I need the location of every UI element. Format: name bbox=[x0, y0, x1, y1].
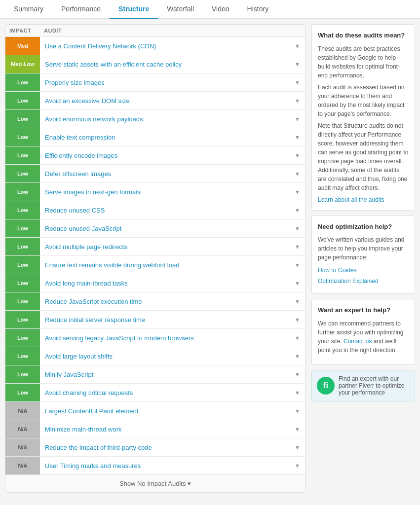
audit-label[interactable]: Use a Content Delivery Network (CDN) bbox=[40, 38, 290, 54]
expand-chevron-icon[interactable]: ▾ bbox=[290, 243, 305, 251]
audit-column-header: AUDIT bbox=[44, 28, 301, 34]
audit-label[interactable]: Enable text compression bbox=[40, 130, 290, 145]
audit-label[interactable]: User Timing marks and measures bbox=[40, 458, 290, 473]
audit-row: LowEnsure text remains visible during we… bbox=[5, 256, 305, 274]
audit-label[interactable]: Avoid an excessive DOM size bbox=[40, 93, 290, 108]
audit-row: N/AReduce the impact of third-party code… bbox=[5, 438, 305, 457]
audit-label[interactable]: Efficiently encode images bbox=[40, 148, 290, 163]
audit-row: N/AUser Timing marks and measures▾ bbox=[5, 457, 305, 474]
impact-badge: Low bbox=[5, 347, 40, 365]
show-no-impact-audits-button[interactable]: Show No Impact Audits ▾ bbox=[5, 474, 305, 492]
audit-row: LowAvoid an excessive DOM size▾ bbox=[5, 92, 305, 110]
expand-chevron-icon[interactable]: ▾ bbox=[290, 170, 305, 178]
expand-chevron-icon[interactable]: ▾ bbox=[290, 443, 305, 451]
audit-row: LowAvoid long main-thread tasks▾ bbox=[5, 274, 305, 292]
impact-badge: N/A bbox=[5, 402, 40, 420]
audit-list: MedUse a Content Delivery Network (CDN)▾… bbox=[5, 37, 305, 474]
audit-label[interactable]: Reduce unused CSS bbox=[40, 203, 290, 218]
impact-badge: Low bbox=[5, 183, 40, 201]
audit-label[interactable]: Avoid multiple page redirects bbox=[40, 239, 290, 254]
tab-video[interactable]: Video bbox=[203, 0, 238, 19]
audit-label[interactable]: Reduce JavaScript execution time bbox=[40, 294, 290, 309]
audit-label[interactable]: Properly size images bbox=[40, 75, 290, 90]
expand-chevron-icon[interactable]: ▾ bbox=[290, 151, 305, 159]
impact-badge: N/A bbox=[5, 457, 40, 474]
impact-badge: Low bbox=[5, 292, 40, 310]
audit-row: LowAvoid multiple page redirects▾ bbox=[5, 238, 305, 256]
expand-chevron-icon[interactable]: ▾ bbox=[290, 224, 305, 232]
optimization-link[interactable]: Optimization Explained bbox=[318, 278, 379, 285]
tab-performance[interactable]: Performance bbox=[52, 0, 110, 19]
impact-badge: N/A bbox=[5, 420, 40, 438]
audit-label[interactable]: Avoid chaining critical requests bbox=[40, 385, 290, 400]
audit-row: LowReduce unused CSS▾ bbox=[5, 201, 305, 219]
impact-badge: Low bbox=[5, 365, 40, 383]
audit-label[interactable]: Minimize main-thread work bbox=[40, 422, 290, 437]
audit-row: N/AMinimize main-thread work▾ bbox=[5, 420, 305, 438]
audit-row: LowEfficiently encode images▾ bbox=[5, 146, 305, 165]
expand-chevron-icon[interactable]: ▾ bbox=[290, 97, 305, 105]
expand-chevron-icon[interactable]: ▾ bbox=[290, 78, 305, 86]
expand-chevron-icon[interactable]: ▾ bbox=[290, 133, 305, 141]
fiverr-icon: fi bbox=[317, 377, 335, 395]
expand-chevron-icon[interactable]: ▾ bbox=[290, 352, 305, 360]
tab-history[interactable]: History bbox=[238, 0, 278, 19]
expand-chevron-icon[interactable]: ▾ bbox=[290, 206, 305, 214]
left-panel: IMPACT AUDIT MedUse a Content Delivery N… bbox=[5, 24, 305, 493]
impact-badge: Low bbox=[5, 110, 40, 128]
audit-label[interactable]: Reduce unused JavaScript bbox=[40, 221, 290, 236]
tab-bar: SummaryPerformanceStructureWaterfallVide… bbox=[0, 0, 420, 19]
audit-label[interactable]: Avoid enormous network payloads bbox=[40, 111, 290, 127]
impact-badge: Low bbox=[5, 311, 40, 328]
audit-row: LowMinify JavaScript▾ bbox=[5, 365, 305, 384]
audit-label[interactable]: Largest Contentful Paint element bbox=[40, 403, 290, 419]
audit-label[interactable]: Reduce initial server response time bbox=[40, 312, 290, 327]
audit-row: LowEnable text compression▾ bbox=[5, 128, 305, 146]
audit-label[interactable]: Reduce the impact of third-party code bbox=[40, 440, 290, 455]
audit-label[interactable]: Minify JavaScript bbox=[40, 367, 290, 382]
contact-us-link[interactable]: Contact us bbox=[344, 338, 372, 345]
tab-structure[interactable]: Structure bbox=[110, 0, 158, 19]
audits-meaning-paragraph: These audits are best practices establis… bbox=[318, 44, 409, 80]
audit-label[interactable]: Defer offscreen images bbox=[40, 166, 290, 181]
expand-chevron-icon[interactable]: ▾ bbox=[290, 370, 305, 378]
tab-summary[interactable]: Summary bbox=[5, 0, 52, 19]
audit-row: LowReduce JavaScript execution time▾ bbox=[5, 292, 305, 311]
tab-waterfall[interactable]: Waterfall bbox=[158, 0, 203, 19]
expand-chevron-icon[interactable]: ▾ bbox=[290, 389, 305, 397]
impact-badge: Low bbox=[5, 146, 40, 164]
audit-label[interactable]: Serve static assets with an efficient ca… bbox=[40, 57, 290, 72]
expand-chevron-icon[interactable]: ▾ bbox=[290, 188, 305, 196]
audit-row: LowServe images in next-gen formats▾ bbox=[5, 183, 305, 201]
impact-badge: Low bbox=[5, 201, 40, 219]
audit-row: N/ALargest Contentful Paint element▾ bbox=[5, 402, 305, 420]
expand-chevron-icon[interactable]: ▾ bbox=[290, 462, 305, 469]
expand-chevron-icon[interactable]: ▾ bbox=[290, 261, 305, 269]
audit-row: LowAvoid chaining critical requests▾ bbox=[5, 384, 305, 402]
audit-label[interactable]: Ensure text remains visible during webfo… bbox=[40, 257, 290, 273]
impact-badge: Low bbox=[5, 92, 40, 109]
audit-label[interactable]: Avoid serving legacy JavaScript to moder… bbox=[40, 330, 290, 346]
fiverr-text: Find an expert with our partner Fiverr t… bbox=[339, 375, 410, 396]
audit-label[interactable]: Avoid large layout shifts bbox=[40, 349, 290, 364]
audit-label[interactable]: Avoid long main-thread tasks bbox=[40, 276, 290, 291]
expand-chevron-icon[interactable]: ▾ bbox=[290, 115, 305, 123]
expert-help-box: Want an expert to help? We can recommend… bbox=[311, 299, 415, 365]
optimization-link[interactable]: How to Guides bbox=[318, 267, 357, 274]
expand-chevron-icon[interactable]: ▾ bbox=[290, 407, 305, 415]
expand-chevron-icon[interactable]: ▾ bbox=[290, 334, 305, 342]
audit-row: MedUse a Content Delivery Network (CDN)▾ bbox=[5, 37, 305, 55]
learn-audits-link[interactable]: Learn about all the audits bbox=[318, 196, 384, 203]
expand-chevron-icon[interactable]: ▾ bbox=[290, 279, 305, 287]
expand-chevron-icon[interactable]: ▾ bbox=[290, 60, 305, 68]
expand-chevron-icon[interactable]: ▾ bbox=[290, 42, 305, 50]
audits-meaning-paragraph: Each audit is assessed based on your adh… bbox=[318, 83, 409, 118]
audits-meaning-title: What do these audits mean? bbox=[318, 31, 409, 40]
expand-chevron-icon[interactable]: ▾ bbox=[290, 316, 305, 324]
optimization-help-box: Need optimization help? We've written va… bbox=[311, 216, 415, 294]
expand-chevron-icon[interactable]: ▾ bbox=[290, 297, 305, 305]
audit-label[interactable]: Serve images in next-gen formats bbox=[40, 184, 290, 200]
impact-badge: Low bbox=[5, 274, 40, 292]
impact-badge: Low bbox=[5, 329, 40, 347]
expand-chevron-icon[interactable]: ▾ bbox=[290, 425, 305, 433]
